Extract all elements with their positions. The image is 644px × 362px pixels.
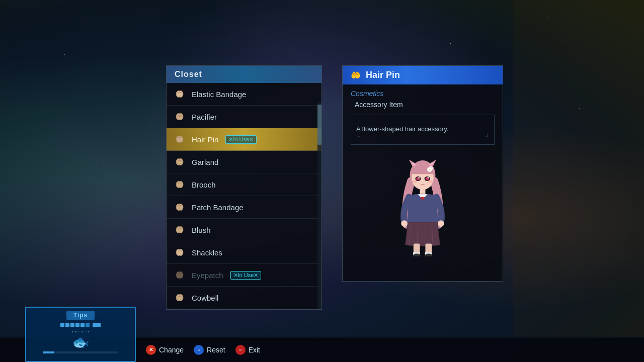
character-sprite: [392, 156, 453, 256]
reset-label: Reset: [207, 346, 225, 354]
tips-character-sprite: 🐟: [72, 335, 90, 349]
item-icon-brooch: [173, 177, 187, 192]
desc-corner-bottom: └ ┘: [356, 134, 489, 139]
scrollbar-track[interactable]: [317, 102, 321, 309]
list-item[interactable]: Patch Bandage: [167, 196, 321, 219]
item-icon-shackles: [173, 245, 187, 259]
closet-title: Closet: [175, 70, 202, 78]
item-name-cowbell: Cowbell: [192, 294, 218, 302]
list-item[interactable]: Blush: [167, 219, 321, 241]
item-name-shackles: Shackles: [192, 248, 222, 257]
svg-point-30: [413, 180, 417, 183]
detail-category: Cosmetics: [343, 84, 503, 100]
item-icon-patch: [173, 200, 187, 214]
in-use-badge-eyepatch: ✕In Use✕: [230, 271, 262, 280]
reset-icon: ○: [194, 345, 204, 355]
list-item[interactable]: Eyepatch ✕In Use✕: [167, 264, 321, 287]
detail-panel: 🤲 Hair Pin Cosmetics Accessory Item ┌ A …: [342, 65, 503, 282]
list-item[interactable]: Elastic Bandage: [167, 83, 321, 106]
item-name-brooch: Brooch: [192, 180, 216, 189]
hp-pip: [75, 323, 79, 327]
corner-mark-bl: └: [356, 134, 360, 139]
item-icon-hairpin: [173, 132, 187, 146]
corner-mark-tl: ┌: [356, 119, 360, 125]
corner-mark-br: ┘: [486, 134, 489, 139]
list-item[interactable]: Brooch: [167, 173, 321, 196]
svg-point-29: [428, 177, 429, 178]
hp-pip: [70, 323, 74, 327]
list-item[interactable]: Shackles: [167, 241, 321, 264]
item-icon-eyepatch: [173, 268, 187, 282]
closet-header: Closet: [167, 66, 321, 83]
character-preview: [343, 151, 503, 261]
list-item[interactable]: Cowbell: [167, 287, 321, 309]
in-use-badge-hairpin: ✕In Use✕: [225, 135, 257, 144]
list-item[interactable]: Pacifier: [167, 106, 321, 128]
hp-pip: [93, 323, 101, 327]
reset-button[interactable]: ○ Reset: [194, 345, 225, 355]
hp-pip: [60, 323, 64, 327]
exit-button[interactable]: ○ Exit: [235, 345, 260, 355]
detail-title: Hair Pin: [366, 70, 400, 80]
detail-description-text: A flower-shaped hair accessory.: [356, 125, 489, 134]
item-icon-garland: [173, 155, 187, 169]
progress-fill: [43, 351, 54, 353]
item-name-hairpin: Hair Pin: [192, 135, 218, 144]
hp-pip: [65, 323, 69, 327]
hp-pip: [80, 323, 85, 327]
item-name-garland: Garland: [192, 158, 218, 166]
exit-icon: ○: [235, 345, 246, 355]
item-icon-blush: [173, 223, 187, 237]
list-item[interactable]: Hair Pin ✕In Use✕: [167, 128, 321, 151]
hp-pip: [86, 323, 90, 327]
detail-type: Accessory Item: [343, 100, 503, 113]
detail-description-box: ┌ A flower-shaped hair accessory. └ ┘: [351, 115, 495, 145]
item-name-patch: Patch Bandage: [192, 203, 244, 212]
item-icon-elastic: [173, 87, 187, 101]
item-icon-cowbell: [173, 291, 187, 305]
item-name-blush: Blush: [192, 226, 211, 234]
list-item[interactable]: Garland: [167, 151, 321, 173]
closet-list: Elastic Bandage Pacifier: [167, 83, 321, 309]
svg-point-15: [401, 220, 408, 227]
pixel-art-top: ▪ ▪ ▫ ▪ ▫ ▪: [71, 329, 89, 334]
closet-panel: Closet Elastic Bandage: [166, 65, 322, 310]
bottom-bar: Tips ▪ ▪ ▫ ▪ ▫ ▪ 🐟 ✕ Change ○ Reset: [0, 337, 644, 362]
progress-track: [43, 351, 118, 353]
svg-point-33: [429, 168, 431, 170]
detail-header: 🤲 Hair Pin: [343, 66, 503, 84]
change-icon: ✕: [146, 345, 156, 355]
bottom-buttons: ✕ Change ○ Reset ○ Exit: [146, 345, 644, 355]
detail-header-icon: 🤲: [351, 70, 361, 80]
tips-box: Tips ▪ ▪ ▫ ▪ ▫ ▪ 🐟: [25, 307, 136, 362]
item-name-elastic: Elastic Bandage: [192, 90, 246, 99]
svg-point-16: [438, 220, 444, 227]
tips-label: Tips: [66, 311, 95, 320]
exit-label: Exit: [249, 346, 260, 354]
change-button[interactable]: ✕ Change: [146, 345, 184, 355]
change-label: Change: [159, 346, 184, 354]
svg-point-28: [418, 177, 420, 178]
desc-corner-top: ┌: [356, 119, 489, 125]
item-name-eyepatch: Eyepatch: [192, 271, 223, 280]
item-name-pacifier: Pacifier: [192, 113, 217, 121]
scrollbar-thumb[interactable]: [317, 105, 321, 145]
item-icon-pacifier: [173, 110, 187, 124]
right-bg-overlay: [513, 0, 644, 362]
svg-point-31: [428, 180, 433, 183]
